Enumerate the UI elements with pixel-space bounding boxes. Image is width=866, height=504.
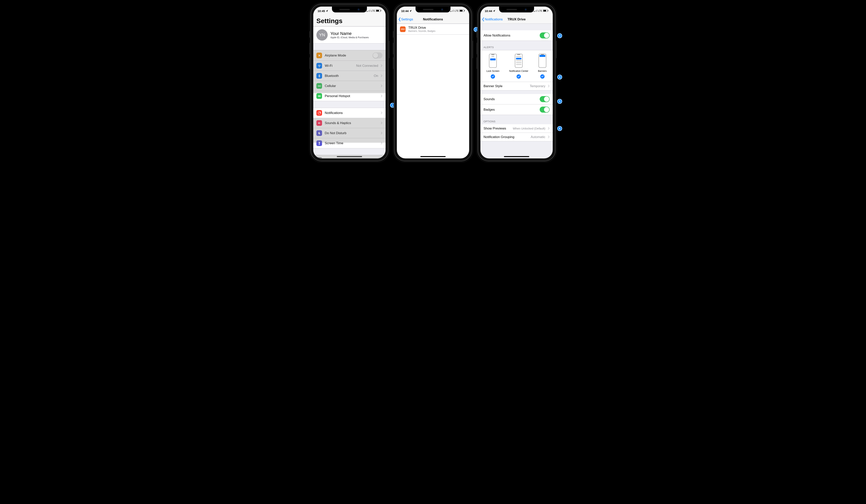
bluetooth-row[interactable]: Bluetooth On (313, 71, 386, 81)
notifications-icon (317, 110, 322, 116)
dnd-row[interactable]: Do Not Disturb (313, 128, 386, 138)
phone-frame-2: 10:44 LTE Settings Notifications TRUX Dr… (394, 4, 472, 161)
notification-center-preview-icon (515, 54, 523, 68)
chevron-right-icon (548, 85, 549, 87)
signal-icon (450, 10, 454, 12)
airplane-icon (317, 53, 322, 58)
sounds-label: Sounds (484, 97, 537, 101)
chevron-right-icon (548, 136, 549, 138)
page-title: Settings (313, 15, 386, 26)
check-icon[interactable] (540, 75, 545, 79)
app-notifications-row[interactable]: TRUX Drive Banners, Sounds, Badges (397, 24, 469, 35)
sounds-toggle[interactable] (540, 96, 549, 102)
volume-down (477, 57, 478, 69)
location-icon (493, 10, 496, 12)
grouping-value: Automatic (531, 135, 545, 139)
show-previews-label: Show Previews (484, 127, 510, 130)
chevron-right-icon (381, 142, 382, 145)
alert-notification-center[interactable]: Notification Center (509, 54, 529, 79)
wifi-row[interactable]: Wi-Fi Not Connected (313, 61, 386, 71)
hotspot-row[interactable]: Personal Hotspot (313, 91, 386, 101)
callout-5: 5 (557, 99, 562, 104)
back-button[interactable]: Notifications (482, 15, 503, 23)
back-button[interactable]: Settings (398, 15, 413, 23)
location-icon (409, 10, 412, 12)
airplane-toggle[interactable] (373, 53, 382, 58)
airplane-mode-row[interactable]: Airplane Mode (313, 50, 386, 61)
network-label: LTE (538, 10, 542, 12)
cellular-icon (317, 83, 322, 89)
side-button (555, 41, 557, 58)
alert-banners[interactable]: Banners (538, 54, 547, 79)
allow-label: Allow Notifications (484, 34, 537, 37)
show-previews-value: When Unlocked (Default) (513, 127, 545, 130)
battery-icon (543, 10, 548, 12)
location-icon (326, 10, 328, 12)
chevron-right-icon (381, 112, 382, 114)
mute-switch (393, 31, 394, 38)
navbar: Settings Notifications (397, 15, 469, 24)
check-icon[interactable] (491, 75, 495, 79)
battery-icon (376, 10, 381, 12)
app-name: TRUX Drive (408, 26, 463, 30)
general-icon (317, 157, 322, 158)
allow-notifications-row: Allow Notifications (480, 30, 553, 41)
mute-switch (309, 31, 311, 38)
notch (332, 7, 367, 12)
notification-grouping-row[interactable]: Notification Grouping Automatic (480, 133, 553, 141)
hotspot-label: Personal Hotspot (325, 94, 378, 98)
alerts-header: ALERTS (480, 41, 553, 50)
airplane-label: Airplane Mode (325, 54, 370, 57)
cellular-row[interactable]: Cellular (313, 81, 386, 91)
home-indicator[interactable] (337, 156, 362, 157)
svg-point-12 (320, 112, 321, 113)
bluetooth-value: On (374, 74, 378, 78)
banner-style-value: Temporary (530, 84, 545, 88)
banner-style-row[interactable]: Banner Style Temporary (480, 82, 553, 90)
battery-icon (459, 10, 465, 12)
chevron-right-icon (381, 65, 382, 67)
app-icon (400, 26, 406, 32)
volume-up (477, 43, 478, 54)
show-previews-row[interactable]: Show Previews When Unlocked (Default) (480, 124, 553, 133)
wifi-label: Wi-Fi (325, 64, 354, 68)
chevron-right-icon (381, 132, 382, 134)
screentime-icon (317, 140, 322, 146)
home-indicator[interactable] (420, 156, 446, 157)
home-indicator[interactable] (504, 156, 529, 157)
notifications-row[interactable]: Notifications (313, 108, 386, 118)
volume-down (393, 57, 394, 69)
grouping-label: Notification Grouping (484, 135, 528, 139)
dnd-label: Do Not Disturb (325, 131, 378, 135)
apple-id-row[interactable]: YN Your Name Apple ID, iCloud, Media & P… (313, 26, 386, 44)
svg-point-9 (318, 95, 319, 97)
allow-toggle[interactable] (540, 32, 549, 38)
options-header: OPTIONS (480, 115, 553, 124)
network-label: LTE (455, 10, 459, 12)
mute-switch (477, 31, 478, 38)
general-label: General (325, 158, 378, 159)
alert-lock-label: Lock Screen (487, 70, 499, 72)
chevron-right-icon (381, 75, 382, 77)
chevron-right-icon (381, 122, 382, 124)
alerts-section: 9:41 Lock Screen Notification Center (480, 50, 553, 91)
sounds-row[interactable]: Sounds & Haptics (313, 118, 386, 128)
notch (415, 7, 451, 12)
cellular-label: Cellular (325, 84, 378, 88)
alert-banners-label: Banners (538, 70, 547, 72)
notifications-label: Notifications (325, 111, 378, 115)
sounds-row: Sounds (480, 94, 553, 104)
badges-toggle[interactable] (540, 106, 549, 113)
hotspot-icon (317, 93, 322, 99)
bluetooth-label: Bluetooth (325, 74, 371, 78)
screentime-row[interactable]: Screen Time (313, 138, 386, 148)
alert-lock-screen[interactable]: 9:41 Lock Screen (487, 54, 499, 79)
navbar: Notifications TRUX Drive (480, 15, 553, 24)
check-icon[interactable] (517, 75, 521, 79)
side-button (388, 41, 389, 58)
volume-up (309, 43, 311, 54)
volume-up (393, 43, 394, 54)
side-button (472, 41, 473, 58)
svg-point-7 (319, 66, 319, 67)
chevron-right-icon (381, 95, 382, 97)
